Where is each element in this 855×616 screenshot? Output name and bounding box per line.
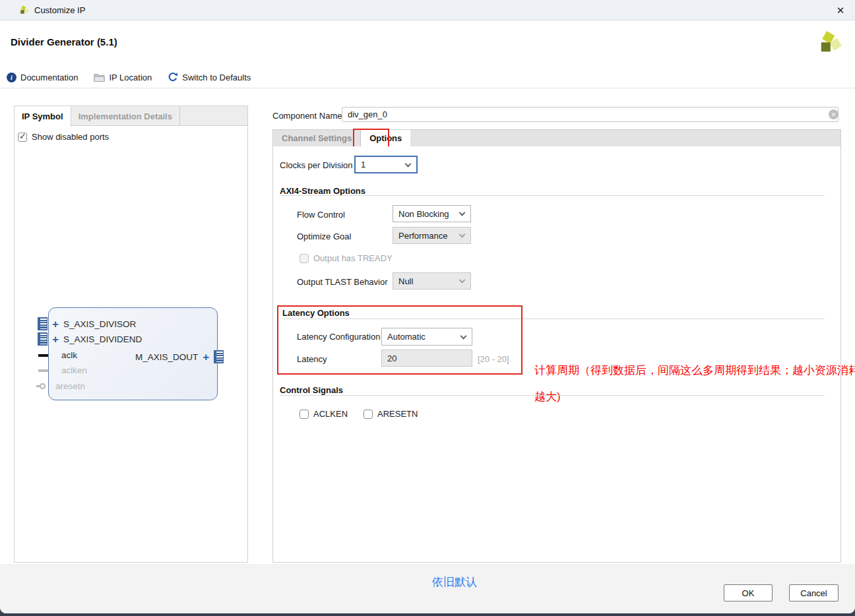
aclken-checkbox[interactable] [300, 410, 309, 419]
documentation-link[interactable]: i Documentation [7, 73, 78, 82]
xilinx-icon [18, 5, 30, 16]
optimize-goal-dropdown: Performance [393, 227, 471, 244]
flow-control-value: Non Blocking [398, 209, 449, 219]
latency-range-hint: [20 - 20] [478, 354, 509, 364]
window-title: Customize IP [34, 5, 85, 15]
output-has-tready-label: Output has TREADY [313, 253, 393, 263]
show-disabled-ports-checkbox[interactable]: ✓ [18, 133, 27, 142]
section-rule [280, 195, 825, 196]
show-disabled-ports-label: Show disabled ports [32, 132, 109, 142]
switch-to-defaults-label: Switch to Defaults [182, 73, 251, 82]
ip-location-label: IP Location [109, 73, 152, 82]
settings-tabbar: Channel Settings Options [272, 129, 841, 147]
component-name-input[interactable] [342, 107, 839, 122]
port-aresetn: aresetn [55, 381, 85, 391]
clocks-per-division-label: Clocks per Division [280, 160, 353, 170]
bus-interface-icon [38, 332, 48, 346]
reset-port-icon [40, 383, 46, 389]
port-row: M_AXIS_DOUT + [135, 350, 224, 363]
annotation-line2: 越大) [534, 389, 561, 404]
customize-ip-dialog: Customize IP ✕ Divider Generator (5.1) i… [0, 0, 855, 613]
section-rule [280, 395, 825, 396]
header-divider [0, 88, 855, 88]
titlebar: Customize IP ✕ [0, 0, 855, 20]
folder-icon [94, 73, 105, 82]
footer: 依旧默认 OK Cancel [0, 564, 855, 613]
latency-configuration-dropdown[interactable]: Automatic [381, 328, 472, 346]
port-row: aresetn [36, 381, 85, 391]
axi4-section-title: AXI4-Stream Options [280, 186, 365, 196]
ip-symbol-panel: IP Symbol Implementation Details ✓ Show … [14, 106, 248, 563]
port-s-axis-dividend: S_AXIS_DIVIDEND [63, 334, 142, 344]
annotation-line1: 计算周期（得到数据后，间隔这么多周期得到结果；越小资源消耗 [534, 363, 855, 378]
expand-port-icon[interactable]: + [52, 319, 59, 330]
output-tlast-dropdown: Null [393, 272, 471, 290]
aresetn-checkbox[interactable] [364, 410, 373, 419]
port-row: aclk [38, 350, 77, 360]
chevron-down-icon [459, 277, 466, 284]
refresh-icon [168, 72, 178, 82]
latency-value: 20 [387, 354, 396, 363]
chevron-down-icon [459, 210, 466, 216]
port-row: aclken [38, 365, 87, 375]
latency-section-title: Latency Options [282, 308, 350, 318]
flow-control-dropdown[interactable]: Non Blocking [393, 205, 471, 222]
chevron-down-icon [459, 231, 466, 238]
optimize-goal-value: Performance [398, 231, 447, 241]
header-links: i Documentation IP Location Switch to De… [7, 71, 251, 84]
latency-label: Latency [297, 354, 327, 364]
tab-implementation-details[interactable]: Implementation Details [71, 106, 180, 126]
tab-channel-settings[interactable]: Channel Settings [273, 130, 361, 146]
optimize-goal-label: Optimize Goal [297, 231, 351, 241]
chevron-down-icon [405, 160, 412, 167]
latency-input: 20 [381, 350, 472, 367]
port-row: + S_AXIS_DIVIDEND [38, 332, 142, 346]
clock-port-stub [38, 354, 48, 357]
page-title: Divider Generator (5.1) [11, 36, 117, 47]
output-has-tready-checkbox [300, 254, 309, 263]
options-tab-content [272, 146, 841, 563]
left-panel-tabbar: IP Symbol Implementation Details [15, 106, 247, 126]
show-disabled-ports-row: ✓ Show disabled ports [18, 132, 109, 142]
clocks-per-division-dropdown[interactable]: 1 [354, 156, 418, 173]
ip-location-link[interactable]: IP Location [94, 73, 152, 82]
tab-options[interactable]: Options [361, 130, 410, 146]
port-s-axis-divisor: S_AXIS_DIVISOR [63, 319, 136, 329]
flow-control-label: Flow Control [297, 210, 345, 220]
port-aclken: aclken [61, 365, 87, 375]
xilinx-logo [816, 29, 844, 57]
ok-button[interactable]: OK [724, 584, 773, 601]
cancel-button[interactable]: Cancel [789, 584, 839, 601]
bus-interface-icon [38, 317, 48, 330]
chevron-down-icon [460, 332, 467, 339]
close-icon[interactable]: ✕ [831, 2, 850, 18]
clear-input-icon[interactable]: ✕ [829, 109, 839, 119]
latency-configuration-value: Automatic [387, 332, 426, 342]
tab-ip-symbol[interactable]: IP Symbol [15, 106, 71, 127]
disabled-port-stub [38, 369, 48, 372]
clocks-per-division-value: 1 [361, 160, 365, 169]
aresetn-label: ARESETN [377, 409, 418, 419]
documentation-label: Documentation [20, 73, 78, 82]
aresetn-row: ARESETN [364, 409, 418, 419]
output-tlast-value: Null [398, 276, 413, 286]
section-rule [282, 319, 825, 319]
port-aclk: aclk [61, 350, 77, 360]
latency-configuration-label: Latency Configuration [297, 332, 380, 342]
bus-interface-icon [214, 350, 224, 363]
control-section-title: Control Signals [280, 385, 343, 395]
check-icon: ✓ [19, 131, 26, 141]
footer-note: 依旧默认 [432, 574, 477, 590]
aclken-label: ACLKEN [313, 409, 348, 419]
expand-port-icon[interactable]: + [52, 334, 59, 345]
output-has-tready-row: Output has TREADY [300, 253, 393, 263]
switch-to-defaults-link[interactable]: Switch to Defaults [168, 72, 251, 82]
output-tlast-label: Output TLAST Behavior [297, 277, 388, 287]
component-name-label: Component Name [272, 111, 342, 121]
aclken-row: ACLKEN [300, 409, 348, 419]
info-icon: i [7, 73, 16, 82]
port-row: + S_AXIS_DIVISOR [38, 317, 136, 330]
expand-port-icon[interactable]: + [203, 352, 209, 363]
port-m-axis-dout: M_AXIS_DOUT [135, 352, 198, 362]
